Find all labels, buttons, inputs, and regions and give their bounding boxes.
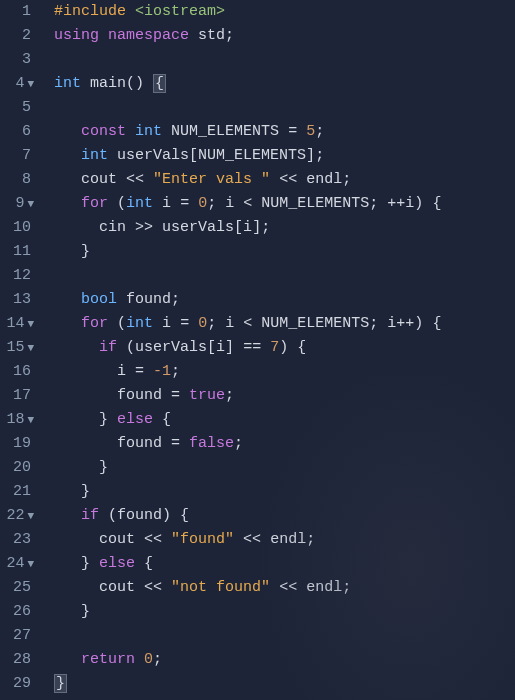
line-number: 21: [0, 480, 34, 504]
code-editor[interactable]: 1 2 3 4▼ 5 6 7 8 9▼ 10 11 12 13 14▼ 15▼ …: [0, 0, 515, 700]
line-number: 27: [0, 624, 34, 648]
line-number: 18▼: [0, 408, 34, 432]
code-line[interactable]: for (int i = 0; i < NUM_ELEMENTS; ++i) {: [54, 192, 515, 216]
code-line[interactable]: cin >> userVals[i];: [54, 216, 515, 240]
code-line[interactable]: for (int i = 0; i < NUM_ELEMENTS; i++) {: [54, 312, 515, 336]
code-line[interactable]: using namespace std;: [54, 24, 515, 48]
fold-icon[interactable]: ▼: [27, 408, 34, 432]
line-number: 26: [0, 600, 34, 624]
fold-icon[interactable]: ▼: [27, 336, 34, 360]
code-line[interactable]: i = -1;: [54, 360, 515, 384]
line-number: 12: [0, 264, 34, 288]
line-number: 19: [0, 432, 34, 456]
fold-icon[interactable]: ▼: [27, 312, 34, 336]
line-number: 20: [0, 456, 34, 480]
code-line[interactable]: if (userVals[i] == 7) {: [54, 336, 515, 360]
line-number: 13: [0, 288, 34, 312]
line-number: 1: [0, 0, 34, 24]
line-number: 16: [0, 360, 34, 384]
line-number: 29: [0, 672, 34, 696]
code-line[interactable]: [54, 48, 515, 72]
code-line[interactable]: }: [54, 600, 515, 624]
line-number: 7: [0, 144, 34, 168]
line-number: 24▼: [0, 552, 34, 576]
fold-icon[interactable]: ▼: [27, 192, 34, 216]
fold-icon[interactable]: ▼: [27, 72, 34, 96]
line-number: 23: [0, 528, 34, 552]
code-line[interactable]: } else {: [54, 408, 515, 432]
code-line[interactable]: found = false;: [54, 432, 515, 456]
line-number: 17: [0, 384, 34, 408]
line-number: 25: [0, 576, 34, 600]
code-line[interactable]: const int NUM_ELEMENTS = 5;: [54, 120, 515, 144]
code-area[interactable]: #include <iostream> using namespace std;…: [42, 0, 515, 700]
code-line[interactable]: cout << "not found" << endl;: [54, 576, 515, 600]
line-number: 11: [0, 240, 34, 264]
line-number: 3: [0, 48, 34, 72]
code-line[interactable]: }: [54, 456, 515, 480]
line-number: 9▼: [0, 192, 34, 216]
code-line[interactable]: bool found;: [54, 288, 515, 312]
line-number: 5: [0, 96, 34, 120]
code-line[interactable]: return 0;: [54, 648, 515, 672]
line-number: 15▼: [0, 336, 34, 360]
code-line[interactable]: int userVals[NUM_ELEMENTS];: [54, 144, 515, 168]
code-line[interactable]: [54, 264, 515, 288]
code-line[interactable]: [54, 96, 515, 120]
line-number: 28: [0, 648, 34, 672]
fold-icon[interactable]: ▼: [27, 504, 34, 528]
line-number: 4▼: [0, 72, 34, 96]
brace-highlight: }: [54, 674, 67, 693]
line-number: 10: [0, 216, 34, 240]
fold-icon[interactable]: ▼: [27, 552, 34, 576]
code-line[interactable]: if (found) {: [54, 504, 515, 528]
code-line[interactable]: [54, 624, 515, 648]
line-number: 14▼: [0, 312, 34, 336]
code-line[interactable]: cout << "found" << endl;: [54, 528, 515, 552]
code-line[interactable]: }: [54, 672, 515, 696]
code-line[interactable]: }: [54, 480, 515, 504]
code-line[interactable]: found = true;: [54, 384, 515, 408]
code-line[interactable]: #include <iostream>: [54, 0, 515, 24]
code-line[interactable]: int main() {: [54, 72, 515, 96]
code-line[interactable]: } else {: [54, 552, 515, 576]
code-line[interactable]: }: [54, 240, 515, 264]
brace-highlight: {: [153, 74, 166, 93]
line-number: 2: [0, 24, 34, 48]
line-number: 22▼: [0, 504, 34, 528]
line-number: 6: [0, 120, 34, 144]
line-gutter: 1 2 3 4▼ 5 6 7 8 9▼ 10 11 12 13 14▼ 15▼ …: [0, 0, 42, 700]
code-line[interactable]: cout << "Enter vals " << endl;: [54, 168, 515, 192]
line-number: 8: [0, 168, 34, 192]
